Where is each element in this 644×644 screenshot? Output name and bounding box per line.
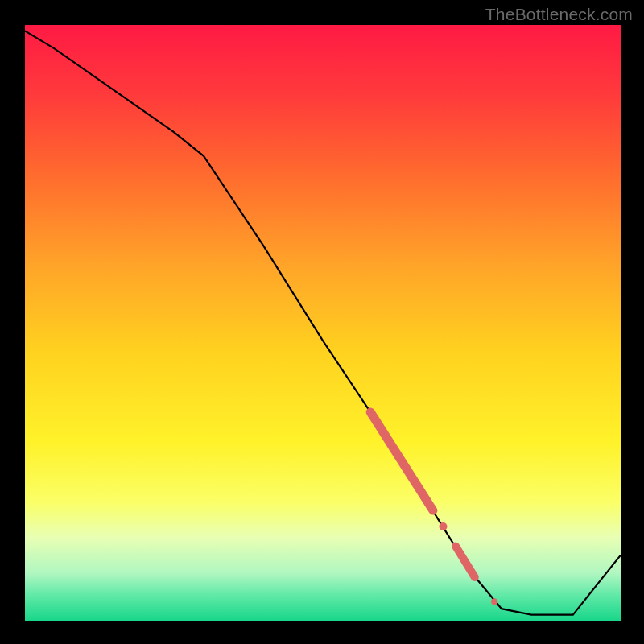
highlight-dot-2 (491, 598, 497, 605)
chart-container: TheBottleneck.com (0, 0, 644, 644)
highlight-dot-1 (439, 522, 447, 530)
watermark-text: TheBottleneck.com (485, 5, 633, 24)
plot-background (25, 25, 621, 621)
bottleneck-chart (0, 0, 644, 644)
